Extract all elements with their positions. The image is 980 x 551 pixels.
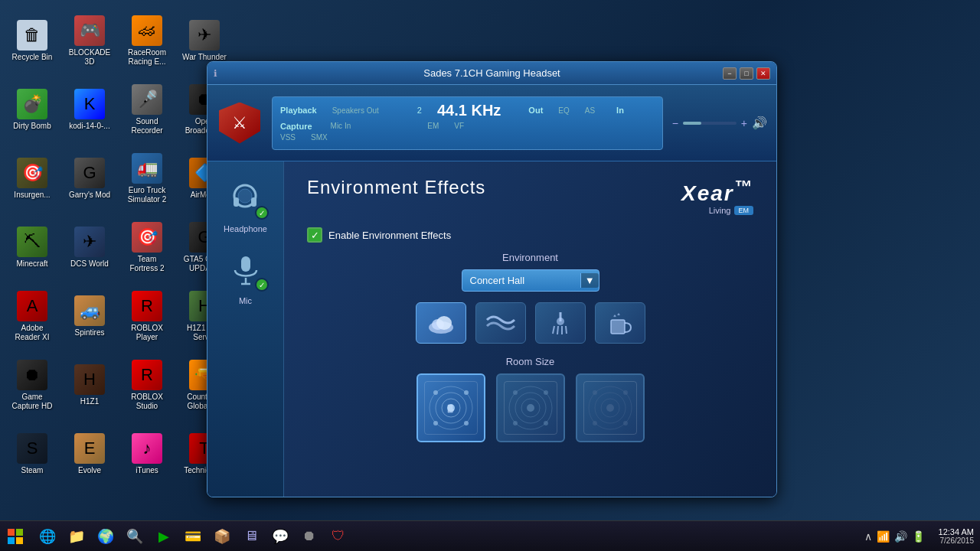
room-btn-large[interactable] xyxy=(576,373,645,442)
tray-battery-icon[interactable]: 🔋 xyxy=(910,530,926,543)
volume-plus-icon[interactable]: + xyxy=(741,117,747,129)
header-row-bot: VSS SMX xyxy=(280,133,655,142)
mic-in-label: Mic In xyxy=(331,122,351,130)
tray-network-icon[interactable]: 📶 xyxy=(875,530,891,543)
room-btn-medium[interactable] xyxy=(496,373,565,442)
environment-dropdown[interactable]: Concert Hall ▼ xyxy=(462,269,599,292)
svg-point-10 xyxy=(557,318,564,325)
desktop-icon-insurgent[interactable]: 🎯Insurgen... xyxy=(6,144,58,213)
desktop-icon-robloxstudio[interactable]: RROBLOX Studio xyxy=(121,350,173,419)
soundrecorder-icon: 🎤 xyxy=(132,84,162,115)
info-icon[interactable]: ℹ xyxy=(214,68,217,79)
minimize-button[interactable]: − xyxy=(723,67,737,80)
close-button[interactable]: ✕ xyxy=(756,67,770,80)
recycle-bin-icon: 🗑 xyxy=(17,20,47,51)
desktop-icon-blockade3d[interactable]: 🎮BLOCKADE 3D xyxy=(64,6,116,75)
enable-label: Enable Environment Effects xyxy=(328,230,451,241)
environment-section-label: Environment xyxy=(307,252,753,263)
taskbar-obs-button[interactable]: ⏺ xyxy=(296,523,323,550)
clock-date: 7/26/2015 xyxy=(939,536,974,545)
desktop: 🗑Recycle Bin🎮BLOCKADE 3D🏎RaceRoom Racing… xyxy=(0,0,980,551)
desktop-icon-dcsworld[interactable]: ✈DCS World xyxy=(64,213,116,282)
desktop-icon-eurotruck[interactable]: 🚛Euro Truck Simulator 2 xyxy=(121,144,173,213)
desktop-icon-recycle-bin[interactable]: 🗑Recycle Bin xyxy=(6,6,58,75)
taskbar-sades-button[interactable]: 🛡 xyxy=(325,523,352,550)
garrys-icon: G xyxy=(74,158,105,188)
headphone-label: Headphone xyxy=(224,224,267,233)
desktop-icon-evolve[interactable]: EEvolve xyxy=(64,419,116,488)
taskbar-media-button[interactable]: ▶ xyxy=(150,523,178,550)
volume-minus-icon[interactable]: − xyxy=(672,117,678,129)
volume-fill xyxy=(683,122,702,125)
room-btn-small-inner xyxy=(424,381,478,435)
maximize-button[interactable]: □ xyxy=(740,67,753,80)
desktop-icon-garrys[interactable]: GGarry's Mod xyxy=(64,144,116,213)
svg-rect-43 xyxy=(16,537,23,544)
spintires-icon: 🚙 xyxy=(74,295,105,326)
windows-logo-icon xyxy=(8,529,23,544)
living-text: Living xyxy=(709,206,731,215)
taskbar-package-button[interactable]: 📦 xyxy=(208,523,236,550)
window-header: ⚔ Playback Speakers Out 2 44.1 KHz Out E… xyxy=(207,85,776,161)
sidebar-item-mic[interactable]: ✓ Mic xyxy=(224,249,267,305)
taskbar-monitor-button[interactable]: 🖥 xyxy=(237,523,265,550)
taskbar-clock[interactable]: 12:34 AM 7/26/2015 xyxy=(933,527,980,545)
desktop-icon-itunes[interactable]: ♪iTunes xyxy=(121,419,173,488)
svg-point-9 xyxy=(436,316,452,330)
desktop-icon-kodi[interactable]: Kkodi-14-0-... xyxy=(64,75,116,144)
env-icon-cloud[interactable] xyxy=(416,302,466,344)
robloxstudio-label: ROBLOX Studio xyxy=(124,393,170,411)
room-btn-small[interactable] xyxy=(416,373,485,442)
adobe-icon: A xyxy=(17,291,47,321)
desktop-icon-minecraft[interactable]: ⛏Minecraft xyxy=(6,213,58,282)
sidebar-item-headphone[interactable]: ✓ Headphone xyxy=(224,177,267,233)
desktop-icon-adobe[interactable]: AAdobe Reader XI xyxy=(6,282,58,350)
env-icons-row xyxy=(307,302,753,344)
tray-arrow-icon[interactable]: ∧ xyxy=(863,530,874,543)
recycle-bin-label: Recycle Bin xyxy=(12,53,53,62)
taskbar-ie-button[interactable]: 🌐 xyxy=(34,523,61,550)
desktop-icon-raceroom[interactable]: 🏎RaceRoom Racing E... xyxy=(121,6,173,75)
volume-slider[interactable] xyxy=(683,122,737,125)
robloxplay-label: ROBLOX Player xyxy=(124,324,170,342)
taskbar-cortana-button[interactable]: 🔍 xyxy=(121,523,149,550)
tray-volume-icon[interactable]: 🔊 xyxy=(893,530,909,543)
main-content: Environment Effects Xear™ Living EM ✓ En… xyxy=(284,161,776,497)
garrys-label: Garry's Mod xyxy=(69,191,110,200)
desktop-icon-dirtybomb[interactable]: 💣Dirty Bomb xyxy=(6,75,58,144)
desktop-icon-robloxplay[interactable]: RROBLOX Player xyxy=(121,282,173,350)
smx-label: SMX xyxy=(311,133,328,142)
as-label: AS xyxy=(585,106,595,115)
svg-line-11 xyxy=(553,326,554,334)
volume-speaker-icon[interactable]: 🔊 xyxy=(752,116,767,130)
taskbar-bank-button[interactable]: 💳 xyxy=(179,523,207,550)
svg-rect-40 xyxy=(8,529,15,536)
svg-point-30 xyxy=(513,421,518,425)
env-icon-shower[interactable] xyxy=(535,302,586,344)
taskbar-skype-button[interactable]: 💬 xyxy=(266,523,294,550)
itunes-label: iTunes xyxy=(136,466,158,475)
svg-point-29 xyxy=(544,390,548,395)
minecraft-icon: ⛏ xyxy=(17,227,47,257)
env-icon-wave[interactable] xyxy=(475,302,526,344)
desktop-icon-spintires[interactable]: 🚙Spintires xyxy=(64,282,116,350)
svg-point-22 xyxy=(433,421,438,425)
itunes-icon: ♪ xyxy=(132,433,162,464)
desktop-icon-soundrecorder[interactable]: 🎤Sound Recorder xyxy=(121,75,173,144)
env-icon-mug[interactable] xyxy=(595,302,645,344)
sidebar: ✓ Headphone ✓ Mic xyxy=(207,161,284,497)
vss-label: VSS xyxy=(280,133,296,142)
env-title: Environment Effects xyxy=(307,177,485,198)
start-button[interactable] xyxy=(0,521,31,552)
xear-text: Xear™ xyxy=(681,177,753,206)
desktop-icon-tf2[interactable]: 🎯Team Fortress 2 xyxy=(121,213,173,282)
svg-rect-41 xyxy=(16,529,23,536)
taskbar-explorer-button[interactable]: 📁 xyxy=(63,523,90,550)
desktop-icon-steam[interactable]: SSteam xyxy=(6,419,58,488)
desktop-icon-h1z1[interactable]: HH1Z1 xyxy=(64,350,116,419)
taskbar-chrome-button[interactable]: 🌍 xyxy=(92,523,119,550)
desktop-icon-gamecap[interactable]: ⏺Game Capture HD xyxy=(6,350,58,419)
minecraft-label: Minecraft xyxy=(16,259,47,269)
raceroom-label: RaceRoom Racing E... xyxy=(124,48,170,67)
enable-checkbox[interactable]: ✓ xyxy=(307,227,322,243)
